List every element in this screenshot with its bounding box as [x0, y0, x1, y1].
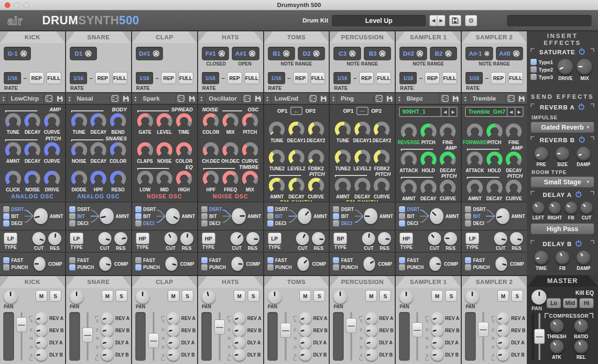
dsrt-checkbox[interactable] [399, 206, 405, 212]
toms-decay1-knob[interactable] [288, 122, 304, 138]
preset-spinner[interactable]: ▲▼ [0, 93, 7, 104]
hats-freq-knob[interactable] [222, 171, 238, 187]
rate-value-selector[interactable]: 1/16 [465, 72, 483, 84]
repeat-button[interactable]: REP [95, 72, 110, 84]
solo-button[interactable]: S [116, 290, 127, 302]
transient-punch-option[interactable]: PUNCH [399, 264, 424, 270]
fast-checkbox[interactable] [267, 257, 273, 263]
dlb-knobs-time-knob[interactable] [534, 251, 548, 265]
pan-knob[interactable] [202, 290, 215, 304]
send-rev-b-knob[interactable] [431, 324, 443, 336]
kick-amnt-knob[interactable] [5, 142, 21, 158]
bit-checkbox[interactable] [201, 213, 207, 219]
toms-amnt-knob[interactable] [269, 178, 285, 194]
snare-decay-knob[interactable] [90, 113, 106, 129]
send-dly-b-knob[interactable] [431, 349, 443, 361]
rate-value-selector[interactable]: 1/16 [399, 72, 417, 84]
randomize-button[interactable] [44, 93, 54, 104]
send-rev-a-knob[interactable] [497, 312, 509, 324]
crush-option-deci[interactable]: DECI [333, 220, 354, 226]
transient-fast-option[interactable]: FAST [333, 257, 358, 263]
pan-knob[interactable] [136, 290, 149, 304]
master-pan-knob[interactable] [532, 290, 546, 305]
crush-amount-knob[interactable] [34, 208, 48, 224]
crush-option-dsrt[interactable]: DSRT [267, 206, 288, 212]
save-preset-button[interactable] [120, 93, 131, 104]
transient-punch-option[interactable]: PUNCH [465, 264, 490, 270]
crush-option-dsrt[interactable]: DSRT [333, 206, 354, 212]
kill-eq-mid-button[interactable]: Mid [563, 298, 577, 308]
solo-button[interactable]: S [50, 290, 61, 302]
mute-button[interactable]: M [102, 290, 113, 302]
crush-amount-knob[interactable] [496, 208, 510, 224]
sampler-2-decay-knob[interactable] [506, 152, 522, 167]
send-dly-a-knob[interactable] [365, 336, 377, 349]
reverb-b-power-button[interactable] [578, 136, 585, 145]
dsrt-checkbox[interactable] [267, 206, 273, 212]
bit-checkbox[interactable] [135, 213, 141, 219]
close-button[interactable] [5, 2, 10, 8]
sampler-1-attack-knob[interactable] [401, 152, 417, 167]
volume-fader[interactable] [16, 312, 28, 361]
filter-type-button[interactable]: BP [333, 233, 347, 244]
full-button[interactable]: FULL [178, 72, 193, 84]
crush-option-deci[interactable]: DECI [201, 220, 222, 226]
send-rev-b-knob[interactable] [497, 324, 509, 336]
save-preset-button[interactable] [318, 93, 329, 104]
sampler-1-fine-knob[interactable] [440, 124, 456, 139]
filter-cut-knob[interactable] [494, 232, 507, 245]
settings-button[interactable]: ⚙ [465, 15, 477, 26]
delay-a-power-button[interactable] [575, 190, 582, 199]
full-button[interactable]: FULL [46, 72, 61, 84]
kick-tune-knob[interactable] [5, 113, 21, 129]
sampler-2-decay-knob[interactable] [487, 180, 502, 196]
rate-value-selector[interactable]: 1/16 [4, 72, 21, 84]
toms-decay-knob[interactable] [288, 178, 304, 194]
repeat-button[interactable]: REP [161, 72, 176, 84]
crush-option-deci[interactable]: DECI [135, 220, 156, 226]
crush-option-deci[interactable]: DECI [267, 220, 288, 226]
preset-name[interactable]: LowEnd [272, 93, 308, 104]
randomize-button[interactable] [439, 93, 450, 104]
dsrt-checkbox[interactable] [135, 206, 141, 212]
fader-handle[interactable] [82, 328, 93, 342]
deci-checkbox[interactable] [399, 220, 405, 226]
send-rev-a-knob[interactable] [365, 312, 377, 324]
randomize-button[interactable] [242, 93, 252, 104]
solo-button[interactable]: S [511, 290, 523, 302]
transient-fast-option[interactable]: FAST [135, 257, 160, 263]
full-button[interactable]: FULL [244, 72, 259, 84]
pan-knob[interactable] [268, 290, 281, 304]
save-preset-button[interactable] [516, 93, 527, 104]
hats-pitch-knob[interactable] [242, 113, 258, 129]
send-dly-b-knob[interactable] [365, 349, 377, 361]
note-button-toms[interactable]: D2 [298, 47, 325, 60]
dsrt-checkbox[interactable] [201, 206, 207, 212]
crush-amount-knob[interactable] [430, 208, 444, 224]
sampler-1-reverse-knob[interactable] [401, 124, 417, 139]
save-preset-button[interactable] [450, 93, 461, 104]
fast-checkbox[interactable] [69, 257, 75, 263]
dsrt-checkbox[interactable] [465, 206, 471, 212]
kit-prev-button[interactable]: ◀ [429, 15, 437, 26]
crush-option-bit[interactable]: BIT [465, 213, 486, 219]
toms-curve-knob[interactable] [308, 178, 324, 194]
send-rev-a-knob[interactable] [35, 312, 47, 324]
compressor-ratio-knob[interactable] [574, 319, 588, 333]
punch-checkbox[interactable] [3, 264, 9, 270]
kill-eq-hi-button[interactable]: Hi [579, 298, 594, 308]
mute-button[interactable]: M [234, 290, 245, 302]
preset-name[interactable]: LowChirp [7, 93, 44, 104]
sampler-1-hold-knob[interactable] [421, 152, 436, 167]
bit-checkbox[interactable] [399, 213, 405, 219]
note-button-sampler-2[interactable]: A#0 [496, 47, 523, 60]
saturate-type2-option[interactable]: Type2 [531, 66, 553, 73]
snare-decay-knob[interactable] [90, 142, 106, 158]
deci-checkbox[interactable] [201, 220, 207, 226]
note-button-kick[interactable]: G-1 [4, 47, 31, 60]
randomize-button[interactable] [505, 93, 516, 104]
crush-option-dsrt[interactable]: DSRT [69, 206, 90, 212]
compressor-atk-knob[interactable] [550, 340, 564, 354]
filter-type-button[interactable]: LP [268, 233, 281, 244]
clap-mid-knob[interactable] [156, 171, 172, 187]
